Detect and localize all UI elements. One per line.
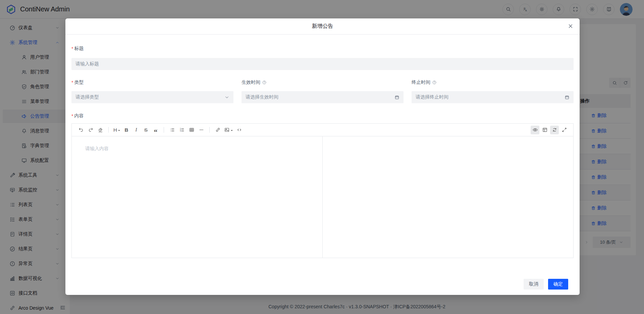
title-placeholder: 请输入标题 xyxy=(75,61,99,67)
ol-icon: 123 xyxy=(179,127,185,133)
redo-icon xyxy=(88,127,94,133)
markdown-editor: HBIS“123 请输入内容 xyxy=(71,123,574,258)
strikethrough-glyph: S xyxy=(144,127,148,133)
editor-input-pane[interactable]: 请输入内容 xyxy=(72,136,323,258)
fullscreen-editor-button[interactable] xyxy=(560,126,569,134)
calendar-icon xyxy=(394,95,399,100)
modal-title: 新增公告 xyxy=(312,23,333,30)
bold-glyph: B xyxy=(125,127,128,133)
clear-format-button[interactable] xyxy=(96,126,105,134)
quote-glyph: “ xyxy=(154,127,158,133)
field-label-text: 生效时间 xyxy=(241,79,260,85)
type-field-label: 类型 xyxy=(71,79,233,86)
editor-body: 请输入内容 xyxy=(72,136,573,258)
type-field: 类型 请选择类型 xyxy=(71,79,233,103)
sync-scroll-button[interactable] xyxy=(550,126,559,134)
type-placeholder: 请选择类型 xyxy=(75,94,99,100)
help-icon xyxy=(262,80,267,85)
heading-button[interactable]: H xyxy=(112,126,121,134)
table-button[interactable] xyxy=(187,126,196,134)
title-field-label: 标题 xyxy=(71,45,574,52)
hr-icon xyxy=(199,127,204,133)
chain-icon xyxy=(215,127,221,133)
eraser-icon xyxy=(98,127,103,133)
toolbar-divider xyxy=(209,127,210,133)
bold-button[interactable]: B xyxy=(122,126,131,134)
undo-icon xyxy=(78,127,84,133)
end-time-field-label: 终止时间 xyxy=(412,79,574,86)
end-time-placeholder: 请选择终止时间 xyxy=(416,94,448,100)
preview-button[interactable] xyxy=(531,126,539,134)
effective-time-placeholder: 请选择生效时间 xyxy=(246,94,278,100)
title-input[interactable]: 请输入标题 xyxy=(71,58,574,70)
italic-glyph: I xyxy=(136,127,137,133)
editor-toolbar: HBIS“123 xyxy=(72,124,573,136)
svg-text:3: 3 xyxy=(180,130,181,132)
field-row: 类型 请选择类型 生效时间 请选择生效时间 终止时间 xyxy=(71,79,574,103)
editor-toolbar-right xyxy=(531,126,569,134)
content-field-label: 内容 xyxy=(71,113,574,119)
chevron-down-icon xyxy=(224,95,229,100)
table-icon xyxy=(189,127,195,133)
toolbar-divider xyxy=(164,127,164,133)
undo-button[interactable] xyxy=(76,126,85,134)
modal-header: 新增公告 xyxy=(65,18,580,35)
image-button[interactable] xyxy=(223,126,234,134)
end-time-picker[interactable]: 请选择终止时间 xyxy=(412,91,574,103)
unordered-list-button[interactable] xyxy=(168,126,176,134)
caret-down-icon xyxy=(231,130,233,132)
toc-panel-button[interactable] xyxy=(540,126,549,134)
editor-toolbar-left: HBIS“123 xyxy=(76,126,244,134)
layout-icon xyxy=(542,127,548,133)
link-button[interactable] xyxy=(213,126,222,134)
horizontal-rule-button[interactable] xyxy=(197,126,206,134)
editor-preview-pane xyxy=(323,136,574,258)
modal-footer: 取消 确定 xyxy=(524,279,568,290)
help-icon xyxy=(432,80,437,85)
effective-time-field: 生效时间 请选择生效时间 xyxy=(241,79,404,103)
image-icon xyxy=(224,127,230,133)
modal-body: 标题 请输入标题 类型 请选择类型 生效时间 请选择生 xyxy=(65,45,580,258)
calendar-icon xyxy=(565,95,570,100)
type-select[interactable]: 请选择类型 xyxy=(71,91,233,103)
field-label-text: 终止时间 xyxy=(412,79,430,85)
sync-icon xyxy=(552,127,557,133)
cancel-button[interactable]: 取消 xyxy=(524,279,544,290)
toolbar-divider xyxy=(108,127,109,133)
ordered-list-button[interactable]: 123 xyxy=(177,126,186,134)
effective-time-field-label: 生效时间 xyxy=(241,79,404,86)
expand-icon xyxy=(561,127,567,133)
end-time-field: 终止时间 请选择终止时间 xyxy=(412,79,574,103)
field-label-text: 内容 xyxy=(74,113,84,119)
field-label-text: 标题 xyxy=(74,46,84,52)
code-button[interactable] xyxy=(235,126,244,134)
heading-glyph: H xyxy=(113,127,117,133)
add-announcement-modal: 新增公告 标题 请输入标题 类型 请选择类型 生效时间 xyxy=(65,18,580,295)
code-icon xyxy=(236,127,242,133)
ul-icon xyxy=(169,127,175,133)
confirm-button[interactable]: 确定 xyxy=(548,279,568,290)
italic-button[interactable]: I xyxy=(132,126,141,134)
close-icon[interactable] xyxy=(568,23,574,29)
content-placeholder: 请输入内容 xyxy=(85,146,109,151)
effective-time-picker[interactable]: 请选择生效时间 xyxy=(241,91,404,103)
redo-button[interactable] xyxy=(86,126,95,134)
eye-icon xyxy=(532,127,538,133)
strikethrough-button[interactable]: S xyxy=(142,126,150,134)
caret-down-icon xyxy=(118,130,120,132)
quote-button[interactable]: “ xyxy=(151,126,160,134)
field-label-text: 类型 xyxy=(74,79,84,85)
